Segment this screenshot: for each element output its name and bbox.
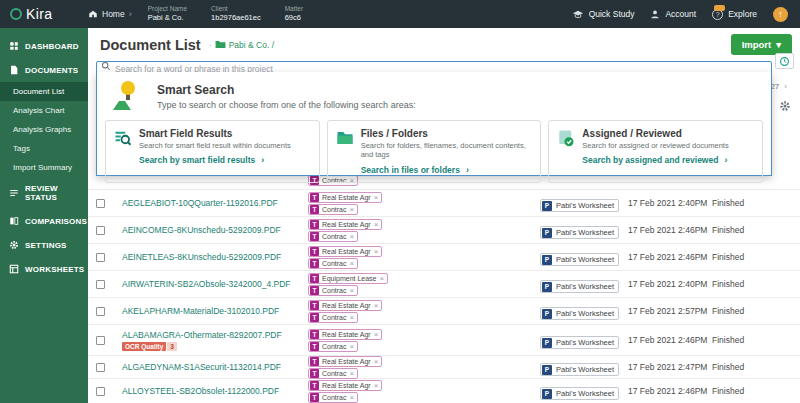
- row-checkbox[interactable]: [96, 387, 105, 396]
- tag-pill[interactable]: TReal Estate Agr×: [308, 356, 382, 367]
- smart-field-search-link[interactable]: Search by smart field results ›: [139, 155, 291, 165]
- tag-pill[interactable]: TContrac×: [308, 285, 358, 296]
- tag-pill[interactable]: TContrac×: [308, 258, 358, 269]
- files-folders-card[interactable]: Files / Folders Search for folders, file…: [327, 120, 542, 183]
- document-link[interactable]: AEINETLEAS-8KUnschedu-5292009.PDF: [122, 252, 308, 262]
- row-checkbox[interactable]: [96, 307, 105, 316]
- row-checkbox[interactable]: [96, 253, 105, 262]
- tag-pill[interactable]: TReal Estate Agr×: [308, 219, 382, 230]
- home-link[interactable]: Home ›: [88, 9, 132, 19]
- tag-remove-icon[interactable]: ×: [374, 247, 382, 256]
- sidebar-item-review-status[interactable]: REVIEW STATUS: [0, 177, 88, 209]
- worksheet-pill[interactable]: PPabi's Worksheet: [540, 253, 619, 266]
- row-checkbox[interactable]: [96, 336, 105, 345]
- search-history-button[interactable]: [775, 53, 794, 69]
- document-link[interactable]: ALABAMAGRA-Othermater-8292007.PDF: [122, 330, 308, 340]
- sidebar-item-comparisons[interactable]: COMPARISONS: [0, 209, 88, 233]
- sidebar-item-dashboard[interactable]: DASHBOARD: [0, 34, 88, 58]
- sidebar-item-analysis-graphs[interactable]: Analysis Graphs: [0, 120, 88, 139]
- document-link[interactable]: AEINCOMEG-8KUnschedu-5292009.PDF: [122, 225, 308, 235]
- kira-logo[interactable]: Kira: [0, 6, 88, 22]
- tag-pill[interactable]: TReal Estate Agr×: [308, 380, 382, 391]
- explore-label: Explore: [728, 9, 757, 19]
- card-title: Files / Folders: [361, 128, 532, 139]
- smart-search-subtitle: Type to search or choose from one of the…: [157, 100, 416, 110]
- worksheet-pill[interactable]: PPabi's Worksheet: [540, 387, 619, 400]
- tag-remove-icon[interactable]: ×: [374, 357, 382, 366]
- tag-remove-icon[interactable]: ×: [350, 259, 358, 268]
- sidebar-item-tags[interactable]: Tags: [0, 139, 88, 158]
- worksheet-pill[interactable]: PPabi's Worksheet: [540, 307, 619, 320]
- worksheet-label: Pabi's Worksheet: [552, 255, 618, 264]
- status-label: Finished: [712, 279, 800, 289]
- row-checkbox[interactable]: [96, 363, 105, 372]
- table-row[interactable]: AIRWATERIN-SB2AObsole-3242000_4.PDF TEqu…: [88, 271, 800, 298]
- tag-pill[interactable]: TContrac×: [308, 368, 358, 379]
- sidebar-item-settings[interactable]: SETTINGS: [0, 233, 88, 257]
- worksheet-icon: P: [542, 389, 552, 399]
- link-label: Search by assigned and reviewed: [582, 155, 718, 165]
- document-link[interactable]: AEGLEABIOT-10QQuarter-1192016.PDF: [122, 198, 308, 208]
- worksheet-pill[interactable]: PPabi's Worksheet: [540, 336, 619, 349]
- quick-study-button[interactable]: Quick Study: [572, 9, 635, 20]
- sidebar-item-documents[interactable]: DOCUMENTS: [0, 58, 88, 82]
- tag-remove-icon[interactable]: ×: [374, 330, 382, 339]
- table-settings-button[interactable]: [779, 98, 791, 116]
- table-row[interactable]: AEGLEABIOT-10QQuarter-1192016.PDF TReal …: [88, 190, 800, 217]
- table-row[interactable]: ALLOYSTEEL-SB2Obsolet-1122000.PDF TReal …: [88, 379, 800, 403]
- document-link[interactable]: ALLOYSTEEL-SB2Obsolet-1122000.PDF: [122, 386, 308, 396]
- tag-remove-icon[interactable]: ×: [350, 342, 358, 351]
- table-row[interactable]: AEINCOMEG-8KUnschedu-5292009.PDF TReal E…: [88, 217, 800, 244]
- files-folders-search-link[interactable]: Search in files or folders ›: [361, 165, 532, 175]
- tag-pill[interactable]: TContrac×: [308, 204, 358, 215]
- document-link[interactable]: AIRWATERIN-SB2AObsole-3242000_4.PDF: [122, 279, 308, 289]
- tag-remove-icon[interactable]: ×: [374, 301, 382, 310]
- tag-pill[interactable]: TReal Estate Agr×: [308, 329, 382, 340]
- tag-remove-icon[interactable]: ×: [350, 286, 358, 295]
- row-checkbox[interactable]: [96, 199, 105, 208]
- tag-pill[interactable]: TContrac×: [308, 392, 358, 403]
- tag-pill[interactable]: TReal Estate Agr×: [308, 192, 382, 203]
- pagination[interactable]: 27 ›: [770, 82, 787, 91]
- tag-pill[interactable]: TContrac×: [308, 341, 358, 352]
- worksheet-icon: [9, 264, 19, 274]
- assigned-reviewed-search-link[interactable]: Search by assigned and reviewed ›: [582, 155, 728, 165]
- tag-pill[interactable]: TContrac×: [308, 231, 358, 242]
- sidebar-item-analysis-chart[interactable]: Analysis Chart: [0, 101, 88, 120]
- table-row[interactable]: AKELAPHARM-MaterialDe-3102010.PDF TReal …: [88, 298, 800, 325]
- account-button[interactable]: Account: [650, 9, 696, 20]
- tag-remove-icon[interactable]: ×: [350, 313, 358, 322]
- worksheet-pill[interactable]: PPabi's Worksheet: [540, 226, 619, 239]
- import-button[interactable]: Import ▾: [731, 34, 792, 55]
- worksheet-pill[interactable]: PPabi's Worksheet: [540, 280, 619, 293]
- sidebar-item-document-list[interactable]: Document List: [0, 82, 88, 101]
- tag-remove-icon[interactable]: ×: [350, 369, 358, 378]
- assigned-reviewed-card[interactable]: Assigned / Reviewed Search for assigned …: [548, 120, 763, 183]
- tag-remove-icon[interactable]: ×: [350, 205, 358, 214]
- tag-pill[interactable]: TEquipment Lease×: [308, 273, 388, 284]
- upload-status-button[interactable]: ↑: [773, 7, 788, 22]
- sidebar-item-worksheets[interactable]: WORKSHEETS: [0, 257, 88, 281]
- breadcrumb[interactable]: · Pabi & Co. /: [209, 40, 274, 50]
- tag-remove-icon[interactable]: ×: [350, 393, 358, 402]
- tag-pill[interactable]: TReal Estate Agr×: [308, 300, 382, 311]
- tag-remove-icon[interactable]: ×: [374, 193, 382, 202]
- explore-button[interactable]: ? Explore: [712, 9, 757, 20]
- table-row[interactable]: ALGAEDYNAM-S1ASecurit-1132014.PDF TReal …: [88, 356, 800, 379]
- document-link[interactable]: ALGAEDYNAM-S1ASecurit-1132014.PDF: [122, 362, 308, 372]
- row-checkbox[interactable]: [96, 226, 105, 235]
- table-row[interactable]: ALABAMAGRA-Othermater-8292007.PDF OCR Qu…: [88, 325, 800, 356]
- worksheet-pill[interactable]: PPabi's Worksheet: [540, 199, 619, 212]
- tag-pill[interactable]: TContrac×: [308, 312, 358, 323]
- row-checkbox[interactable]: [96, 280, 105, 289]
- document-link[interactable]: AKELAPHARM-MaterialDe-3102010.PDF: [122, 306, 308, 316]
- table-row[interactable]: AEINETLEAS-8KUnschedu-5292009.PDF TReal …: [88, 244, 800, 271]
- worksheet-pill[interactable]: PPabi's Worksheet: [540, 363, 619, 376]
- tag-remove-icon[interactable]: ×: [350, 232, 358, 241]
- tag-remove-icon[interactable]: ×: [374, 220, 382, 229]
- tag-remove-icon[interactable]: ×: [379, 274, 387, 283]
- tag-remove-icon[interactable]: ×: [374, 381, 382, 390]
- sidebar-item-import-summary[interactable]: Import Summary: [0, 158, 88, 177]
- smart-field-results-card[interactable]: Smart Field Results Search for smart fie…: [105, 120, 320, 183]
- tag-pill[interactable]: TReal Estate Agr×: [308, 246, 382, 257]
